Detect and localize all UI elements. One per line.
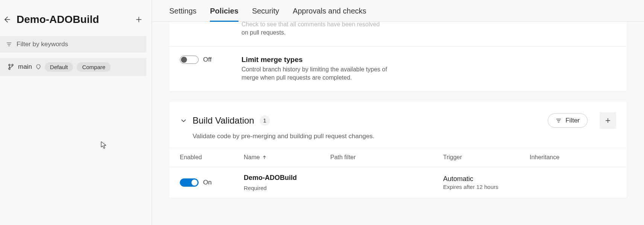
table-row[interactable]: On Demo-ADOBuild Required Automatic Expi… [169, 167, 627, 198]
row-required: Required [244, 185, 267, 191]
svg-point-6 [9, 64, 10, 66]
filter-icon [6, 41, 12, 47]
filter-input-row [0, 36, 146, 53]
filter-icon [556, 118, 562, 124]
build-table-header: Enabled Name Path filter Trigger Inherit… [169, 148, 627, 167]
chevron-down-icon[interactable] [180, 117, 187, 124]
svg-point-8 [12, 64, 13, 66]
svg-point-7 [9, 68, 10, 69]
truncated-line2: on pull requests. [242, 29, 286, 36]
sort-asc-icon [262, 155, 267, 160]
scroll-area[interactable]: Off Check to see that all comments have … [152, 22, 644, 225]
compare-badge: Compare [77, 62, 111, 72]
tab-approvals[interactable]: Approvals and checks [293, 7, 366, 21]
sidebar: Demo-ADOBuild main Default Compare [0, 0, 152, 225]
filter-button-label: Filter [565, 117, 580, 124]
truncated-line1: Check to see that all comments have been… [242, 22, 380, 27]
tabs: Settings Policies Security Approvals and… [152, 0, 644, 22]
tab-policies[interactable]: Policies [210, 7, 238, 21]
bookmark-icon [36, 64, 41, 69]
tab-security[interactable]: Security [252, 7, 279, 21]
filter-button[interactable]: Filter [548, 113, 588, 128]
filter-input[interactable] [17, 41, 140, 48]
build-validation-header: Build Validation 1 Filter [169, 102, 627, 133]
row-expires: Expires after 12 hours [443, 184, 530, 190]
row-toggle-label: On [203, 179, 212, 186]
build-validation-desc: Validate code by pre-merging and buildin… [169, 133, 627, 148]
default-badge: Default [45, 62, 73, 72]
tab-settings[interactable]: Settings [169, 7, 196, 21]
build-validation-title: Build Validation [193, 115, 254, 126]
col-name[interactable]: Name [244, 154, 330, 161]
branch-row[interactable]: main Default Compare [0, 58, 146, 76]
add-build-policy-button[interactable] [600, 112, 616, 129]
col-enabled[interactable]: Enabled [180, 154, 244, 161]
back-arrow-icon[interactable] [2, 14, 12, 25]
add-branch-button[interactable] [134, 14, 144, 25]
limit-merge-toggle[interactable] [180, 56, 199, 64]
limit-merge-policy: Off Limit merge types Control branch his… [169, 47, 627, 91]
limit-merge-toggle-label: Off [203, 56, 211, 63]
branch-policies-card: Off Check to see that all comments have … [169, 22, 627, 91]
col-trigger[interactable]: Trigger [443, 154, 530, 161]
branch-name: main [18, 63, 32, 71]
branch-icon [8, 63, 14, 70]
col-inherit[interactable]: Inheritance [530, 154, 616, 161]
limit-merge-title: Limit merge types [242, 56, 399, 64]
build-validation-count: 1 [260, 115, 270, 126]
repo-title: Demo-ADOBuild [17, 14, 129, 26]
build-validation-card: Build Validation 1 Filter Validate code … [169, 102, 627, 198]
col-name-label: Name [244, 154, 260, 161]
row-toggle[interactable] [180, 178, 199, 187]
row-trigger: Automatic [443, 175, 530, 183]
limit-merge-toggle-wrap: Off [180, 56, 232, 64]
sidebar-header: Demo-ADOBuild [0, 0, 152, 36]
content-area: Settings Policies Security Approvals and… [152, 0, 644, 225]
row-name: Demo-ADOBuild [244, 174, 297, 182]
col-path[interactable]: Path filter [330, 154, 443, 161]
comment-resolution-policy: Off Check to see that all comments have … [169, 22, 627, 47]
limit-merge-desc: Control branch history by limiting the a… [242, 65, 399, 82]
